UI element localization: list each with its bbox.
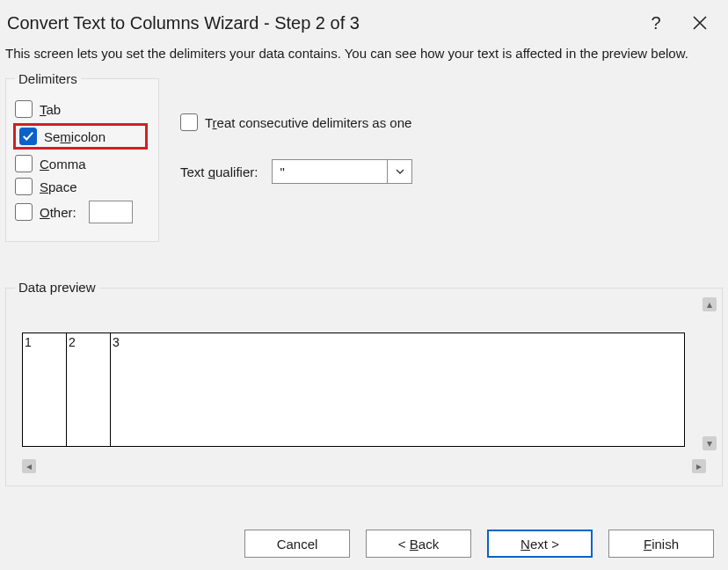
other-delimiter-input[interactable] bbox=[89, 201, 133, 223]
checkbox-label: Tab bbox=[40, 102, 61, 117]
title-bar: Convert Text to Columns Wizard - Step 2 … bbox=[0, 0, 728, 42]
checkbox-space[interactable]: Space bbox=[15, 178, 146, 195]
checkbox-box[interactable] bbox=[19, 128, 37, 145]
checkbox-label: Semicolon bbox=[44, 129, 106, 144]
scroll-up-icon[interactable]: ▴ bbox=[703, 297, 717, 311]
chevron-down-icon[interactable] bbox=[387, 160, 411, 183]
checkbox-box[interactable] bbox=[15, 100, 33, 118]
data-preview-legend: Data preview bbox=[15, 280, 99, 295]
scroll-down-icon[interactable]: ▾ bbox=[703, 436, 717, 450]
qualifier-label: Text qualifier: bbox=[180, 164, 258, 179]
wizard-dialog: Convert Text to Columns Wizard - Step 2 … bbox=[0, 0, 728, 570]
checkbox-other[interactable]: Other: bbox=[15, 201, 146, 223]
dialog-title: Convert Text to Columns Wizard - Step 2 … bbox=[7, 13, 626, 33]
scroll-left-icon[interactable]: ◂ bbox=[22, 459, 36, 473]
checkbox-label: Other: bbox=[40, 205, 76, 220]
help-icon[interactable]: ? bbox=[642, 9, 670, 37]
checkbox-semicolon[interactable]: Semicolon bbox=[13, 123, 148, 150]
preview-column: 1 bbox=[23, 333, 67, 446]
scroll-right-icon[interactable]: ▸ bbox=[692, 459, 706, 473]
checkbox-box[interactable] bbox=[15, 203, 33, 221]
delimiters-group: Delimiters Tab Semicolon Comma Space bbox=[5, 71, 159, 242]
checkbox-box[interactable] bbox=[180, 113, 198, 131]
data-preview-grid: 1 2 3 bbox=[22, 332, 685, 447]
checkbox-label: Space bbox=[40, 179, 77, 194]
data-preview-group: Data preview 1 2 3 ▴ ▾ ◂ ▸ bbox=[5, 288, 723, 486]
checkbox-comma[interactable]: Comma bbox=[15, 155, 146, 172]
button-row: Cancel < Back Next > Finish bbox=[0, 521, 728, 570]
preview-column: 3 bbox=[111, 333, 684, 446]
close-icon[interactable] bbox=[686, 9, 714, 37]
back-button[interactable]: < Back bbox=[366, 530, 471, 558]
next-button[interactable]: Next > bbox=[487, 530, 593, 558]
checkbox-box[interactable] bbox=[15, 178, 33, 195]
checkbox-tab[interactable]: Tab bbox=[15, 100, 146, 118]
dropdown-value: " bbox=[273, 160, 387, 183]
checkbox-box[interactable] bbox=[15, 155, 33, 172]
checkbox-label: Comma bbox=[40, 157, 86, 172]
checkbox-consecutive[interactable]: Treat consecutive delimiters as one bbox=[180, 113, 723, 131]
preview-column: 2 bbox=[67, 333, 111, 446]
dialog-description: This screen lets you set the delimiters … bbox=[0, 42, 728, 71]
delimiters-legend: Delimiters bbox=[15, 71, 81, 86]
finish-button[interactable]: Finish bbox=[608, 530, 714, 558]
checkbox-label: Treat consecutive delimiters as one bbox=[205, 115, 411, 130]
cancel-button[interactable]: Cancel bbox=[244, 530, 350, 558]
text-qualifier-dropdown[interactable]: " bbox=[272, 159, 412, 184]
